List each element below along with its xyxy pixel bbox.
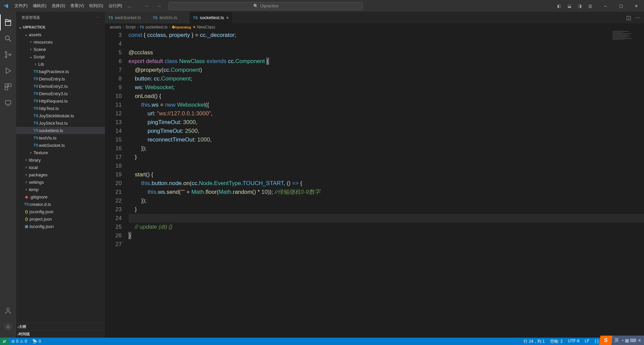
editor-more-icon[interactable]: ⋯ (635, 14, 641, 21)
tree-folder[interactable]: ›local (16, 164, 105, 171)
breadcrumb-file[interactable]: sockettest.ts (145, 25, 168, 30)
menu-item[interactable]: 文件(F) (12, 0, 30, 12)
code-content[interactable]: const { ccclass, property } = cc._decora… (128, 31, 644, 338)
timeline-section-header[interactable]: › 时间线 (16, 330, 105, 338)
code-editor[interactable]: 3456789101112131415161718192021222324252… (105, 31, 644, 338)
tree-folder[interactable]: ›settings (16, 178, 105, 186)
tree-file[interactable]: TScreator.d.ts (16, 200, 105, 208)
code-line[interactable]: const { ccclass, property } = cc._decora… (128, 31, 644, 40)
code-line[interactable]: pongTimeOut: 2500, (128, 127, 644, 135)
code-line[interactable]: ws: Websocket; (128, 83, 644, 92)
activity-remote[interactable] (0, 95, 16, 111)
code-line[interactable]: // update (dt) {} (128, 223, 644, 231)
tree-file[interactable]: TSwebSocket.ts (16, 141, 105, 149)
status-encoding[interactable]: UTF-8 (565, 339, 582, 343)
tree-folder[interactable]: ›Scene (16, 46, 105, 53)
breadcrumb-segment[interactable]: Script (125, 25, 136, 30)
tree-folder[interactable]: ›Lib (16, 60, 105, 68)
code-line[interactable]: } (128, 231, 644, 240)
tree-file[interactable]: TSsockettest.ts (16, 127, 105, 134)
customize-layout-icon[interactable]: ▥ (586, 2, 594, 10)
activity-extensions[interactable] (0, 79, 16, 95)
code-line[interactable]: @property(cc.Component) (128, 66, 644, 74)
activity-run-debug[interactable] (0, 63, 16, 79)
window-close-button[interactable]: ✕ (629, 0, 644, 12)
minimap[interactable] (612, 31, 639, 71)
activity-search[interactable] (0, 31, 16, 47)
sidebar-more-icon[interactable]: ⋯ (96, 15, 100, 20)
tree-file[interactable]: {}jsconfig.json (16, 208, 105, 215)
window-minimize-button[interactable]: ─ (598, 0, 613, 12)
ime-extras[interactable]: • ▦ ⌨ ✕ (622, 338, 641, 343)
window-maximize-button[interactable]: ▢ (613, 0, 629, 12)
activity-explorer[interactable] (0, 14, 16, 31)
status-problems[interactable]: ⊘0 ⚠0 (9, 338, 30, 345)
tree-file[interactable]: TSDemoEntry.ts (16, 75, 105, 82)
tree-file[interactable]: TSbagPractiece.ts (16, 68, 105, 75)
tree-file[interactable]: ◆.gitignore (16, 193, 105, 200)
code-line[interactable]: button: cc.Component; (128, 74, 644, 83)
tree-folder[interactable]: ›packages (16, 171, 105, 178)
toggle-panel-icon[interactable]: ⬓ (565, 2, 574, 10)
activity-source-control[interactable] (0, 47, 16, 63)
toggle-primary-sidebar-icon[interactable]: ◧ (555, 2, 563, 10)
code-line[interactable]: pingTimeOut: 3000, (128, 118, 644, 127)
tree-file[interactable]: TSHttpRequest.ts (16, 97, 105, 105)
outline-section-header[interactable]: › 大纲 (16, 323, 105, 330)
code-line[interactable] (128, 214, 644, 223)
tree-file[interactable]: TSDemoEntry3.ts (16, 90, 105, 97)
tree-file[interactable]: TSJoyStickTest.ts (16, 119, 105, 127)
breadcrumb[interactable]: assets › Script › TS sockettest.ts › �пр… (105, 23, 644, 31)
code-line[interactable] (128, 240, 644, 249)
menu-item[interactable]: 查看(V) (68, 0, 87, 12)
status-eol[interactable]: LF (582, 339, 592, 343)
breadcrumb-segment[interactable]: assets (110, 25, 121, 30)
code-line[interactable]: }); (128, 144, 644, 153)
tree-file[interactable]: TSJoyStickModule.ts (16, 112, 105, 119)
code-line[interactable] (128, 162, 644, 170)
nav-forward-icon[interactable]: → (156, 3, 162, 9)
code-line[interactable]: onLoad() { (128, 92, 644, 101)
code-line[interactable]: reconnectTimeOut: 1000, (128, 135, 644, 144)
code-line[interactable]: this.ws = new Websocket({ (128, 101, 644, 109)
editor-tab[interactable]: TSsockettest.ts× (190, 12, 233, 23)
menu-item[interactable]: 编辑(E) (30, 0, 49, 12)
breadcrumb-symbol[interactable]: NewClass (197, 25, 215, 30)
code-line[interactable]: start() { (128, 170, 644, 179)
toggle-secondary-sidebar-icon[interactable]: ◨ (576, 2, 584, 10)
command-center[interactable]: 🔍 UIpractice (168, 2, 363, 10)
code-line[interactable]: export default class NewClass extends cc… (128, 57, 644, 66)
activity-account[interactable] (0, 303, 16, 319)
ime-lang[interactable]: 英 (614, 337, 619, 343)
tree-folder[interactable]: ⌄assets (16, 31, 105, 38)
code-line[interactable]: @ccclass (128, 48, 644, 57)
tree-folder[interactable]: ›temp (16, 186, 105, 193)
nav-back-icon[interactable]: ← (144, 3, 150, 9)
ime-toolbar[interactable]: S 英 • ▦ ⌨ ✕ (600, 336, 644, 345)
code-line[interactable]: this.ws.send("" + Math.floor(Math.random… (128, 188, 644, 196)
menu-item[interactable]: 运行(R) (106, 0, 125, 12)
code-line[interactable]: this.button.node.on(cc.Node.EventType.TO… (128, 179, 644, 188)
status-ports[interactable]: 📡0 (30, 338, 44, 345)
split-editor-icon[interactable]: ◫ (626, 14, 631, 21)
tab-close-icon[interactable]: × (226, 15, 229, 20)
editor-tab[interactable]: TSwebSocket.ts× (105, 12, 150, 23)
tree-folder[interactable]: ›Texture (16, 149, 105, 156)
ime-logo[interactable]: S (599, 336, 612, 345)
tree-folder[interactable]: ⌄Script (16, 53, 105, 60)
code-line[interactable]: } (128, 153, 644, 162)
menu-item[interactable]: 转到(G) (87, 0, 106, 12)
code-line[interactable]: }); (128, 196, 644, 205)
code-line[interactable] (128, 40, 644, 48)
menu-overflow[interactable]: … (125, 4, 134, 8)
code-line[interactable]: url: "ws://127.0.0.1:3000", (128, 109, 644, 118)
code-line[interactable]: } (128, 205, 644, 214)
activity-settings[interactable] (0, 319, 16, 335)
tree-folder[interactable]: ›library (16, 156, 105, 164)
tree-file[interactable]: TStestVis.ts (16, 134, 105, 141)
editor-tab[interactable]: TStestVis.ts× (150, 12, 190, 23)
tree-folder[interactable]: ›resources (16, 38, 105, 46)
tree-file[interactable]: TShttpTest.ts (16, 105, 105, 112)
tree-file[interactable]: TSDemoEntry2.ts (16, 82, 105, 90)
remote-indicator[interactable]: ⇄ (0, 338, 9, 345)
